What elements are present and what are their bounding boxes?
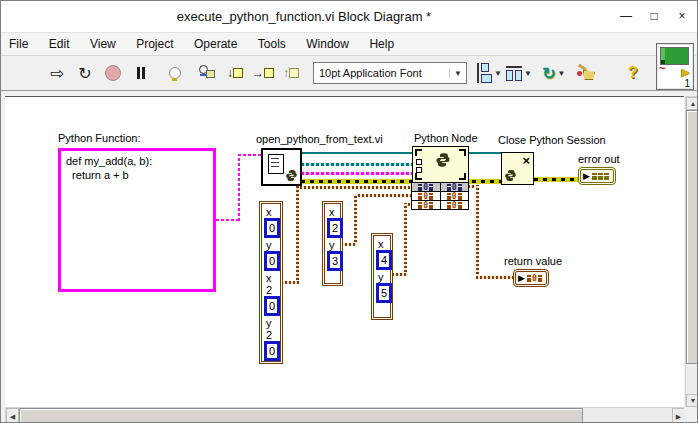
cluster-item: x 2 <box>327 206 340 238</box>
numeric-constant[interactable]: 2 <box>327 218 343 238</box>
numeric-label: y <box>327 239 340 251</box>
run-icon[interactable]: ⇨ <box>45 61 69 85</box>
numeric-constant[interactable]: 0 <box>264 251 280 271</box>
session-in-terminal[interactable] <box>416 159 422 165</box>
run-continuous-icon[interactable]: ↻ <box>73 61 97 85</box>
terminal-row-3[interactable]: 0 0 <box>412 201 469 210</box>
output-terminal[interactable]: 0 <box>440 200 470 210</box>
step-over-arrow: → <box>252 66 264 80</box>
align-objects-icon[interactable]: ▼ <box>477 61 502 85</box>
step-out-icon[interactable]: ↑ <box>279 61 303 85</box>
scroll-left-button[interactable]: ◀ <box>6 408 19 423</box>
numeric-constant[interactable]: 0 <box>264 218 280 238</box>
menu-operate[interactable]: Operate <box>186 33 245 51</box>
context-help-icon[interactable]: ? <box>621 61 645 85</box>
cluster3-wire-h-exit[interactable] <box>392 273 407 276</box>
code-string-wire-v[interactable] <box>238 154 240 221</box>
menu-edit[interactable]: Edit <box>41 33 78 51</box>
code-string-wire-h2[interactable] <box>238 154 262 156</box>
numeric-constant[interactable]: 0 <box>264 341 280 361</box>
cluster2-wire-v[interactable] <box>354 194 357 246</box>
session-wire-to-python-node[interactable] <box>301 163 412 166</box>
module-in-terminal[interactable] <box>416 167 422 173</box>
vertical-scrollbar[interactable]: ▲ ▼ <box>685 96 698 407</box>
step-into-icon[interactable]: ↓ <box>223 61 247 85</box>
python-icon <box>504 169 517 182</box>
toolbar: ⇨ ↻ ↓ → ↑ 10pt Application Font ▼ ▼ ▼ ↻ <box>1 55 697 91</box>
title-bar[interactable]: execute_python_function.vi Block Diagram… <box>1 1 697 32</box>
reorder-objects-icon[interactable]: ↻ ▼ <box>542 61 566 85</box>
return-value-indicator[interactable]: ▶ 0 <box>513 269 549 287</box>
cluster-constant-2[interactable]: x 2 y 3 <box>322 201 343 286</box>
error-wire-to-error-out[interactable] <box>534 177 580 182</box>
menu-bar: File Edit View Project Operate Tools Win… <box>1 32 697 56</box>
cluster-item: x 2 0 <box>264 272 280 316</box>
menu-tools[interactable]: Tools <box>250 33 294 51</box>
document-icon <box>268 154 284 174</box>
cluster-item: y 2 0 <box>264 317 280 361</box>
abort-icon[interactable] <box>101 61 125 85</box>
close-x-icon: × <box>522 154 530 167</box>
numeric-constant[interactable]: 5 <box>376 283 392 303</box>
return-wire-h-bottom[interactable] <box>476 276 515 279</box>
menu-window[interactable]: Window <box>298 33 357 51</box>
distribute-objects-icon[interactable]: ▼ <box>506 61 532 85</box>
horizontal-scrollbar[interactable]: ◀ ▶ <box>5 407 684 423</box>
code-line-2: return a + b <box>66 168 213 182</box>
cluster1-wire-v[interactable] <box>296 186 299 284</box>
error-out-indicator[interactable]: ▶ <box>578 167 616 185</box>
close-python-session-node[interactable]: × <box>501 152 534 185</box>
session-wire-top[interactable] <box>301 152 501 154</box>
distribute-glyph <box>506 66 522 81</box>
error-cluster-glyph <box>592 173 609 180</box>
python-node[interactable] <box>412 146 469 183</box>
highlight-execution-icon[interactable] <box>163 61 187 85</box>
indicator-arrow-icon: ▶ <box>518 274 525 283</box>
numeric-constant[interactable]: 0 <box>264 296 280 316</box>
cleanup-diagram-icon[interactable] <box>574 61 598 85</box>
menu-help[interactable]: Help <box>361 33 402 51</box>
cluster2-wire-h-exit[interactable] <box>341 243 357 246</box>
scroll-up-button[interactable]: ▲ <box>686 97 698 110</box>
cluster1-wire-h-top[interactable] <box>296 186 412 189</box>
step-over-icon[interactable]: → <box>251 61 275 85</box>
vi-icon[interactable]: ~ ▶ 1 <box>656 43 694 90</box>
font-selector-dropdown-icon[interactable]: ▼ <box>449 69 466 78</box>
vi-icon-signal-squiggle: ~ <box>659 62 665 74</box>
block-diagram-canvas[interactable]: Python Function: def my_add(a, b): retur… <box>5 96 684 407</box>
numeric-label: y <box>264 239 280 251</box>
menu-project[interactable]: Project <box>128 33 181 51</box>
vertical-scroll-thumb[interactable] <box>686 110 698 364</box>
retain-wire-values-icon[interactable] <box>195 61 219 85</box>
cluster3-wire-v[interactable] <box>404 203 407 276</box>
scroll-down-button[interactable]: ▼ <box>686 394 698 407</box>
numeric-constant[interactable]: 4 <box>376 250 392 270</box>
code-string-wire-h1[interactable] <box>216 219 240 221</box>
font-selector-value: 10pt Application Font <box>314 67 449 79</box>
numeric-constant[interactable]: 3 <box>327 251 343 271</box>
close-button[interactable]: × <box>667 1 697 31</box>
menu-file[interactable]: File <box>1 33 36 51</box>
cluster1-wire-h-exit[interactable] <box>281 281 299 284</box>
window-title: execute_python_function.vi Block Diagram… <box>1 9 607 24</box>
pause-icon[interactable] <box>129 61 153 85</box>
cluster-constant-3[interactable]: x 4 y 5 <box>371 233 393 320</box>
font-selector[interactable]: 10pt Application Font ▼ <box>313 62 467 84</box>
align-dropdown-icon: ▼ <box>494 69 502 78</box>
return-wire-v[interactable] <box>476 185 479 278</box>
input-terminal[interactable]: 0 <box>411 200 441 210</box>
menu-view[interactable]: View <box>82 33 124 51</box>
open-python-from-text-node[interactable] <box>261 148 302 186</box>
string-wire-to-python-node[interactable] <box>301 172 412 175</box>
python-node-terminals[interactable]: 0 0 0 0 0 0 <box>412 183 469 210</box>
cluster2-wire-h-top[interactable] <box>354 194 412 197</box>
distribute-dropdown-icon: ▼ <box>524 69 532 78</box>
maximize-button[interactable]: □ <box>639 1 669 31</box>
horizontal-scroll-thumb[interactable] <box>19 408 583 423</box>
python-code-string-constant[interactable]: def my_add(a, b): return a + b <box>58 148 216 292</box>
error-out-label: error out <box>578 153 620 165</box>
cluster-item: y 0 <box>264 239 280 271</box>
minimize-button[interactable]: — <box>611 1 641 31</box>
error-wire-main[interactable] <box>301 179 501 184</box>
cluster-constant-1[interactable]: x 0 y 0 x 2 0 y 2 0 <box>259 201 283 364</box>
